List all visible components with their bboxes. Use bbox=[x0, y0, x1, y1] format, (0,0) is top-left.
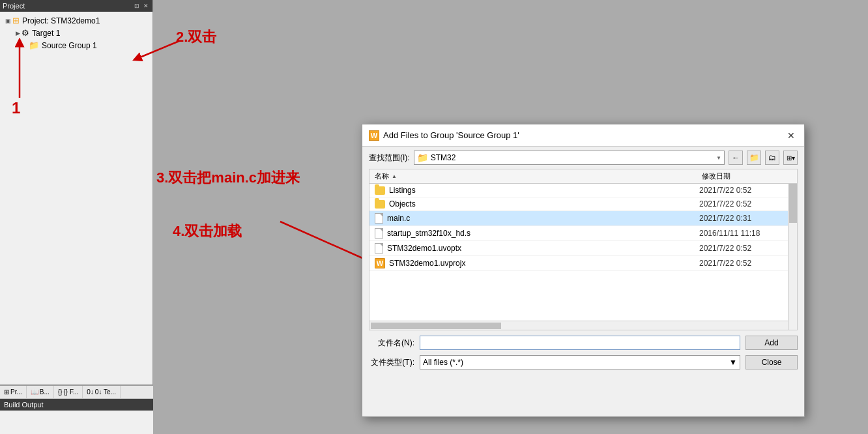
build-output-bar: Build Output bbox=[0, 399, 153, 411]
project-tree: ▣ ⊞ Project: STM32demo1 ▶ ⚙ Target 1 📁 S… bbox=[0, 12, 152, 54]
pin-icon[interactable]: ⊡ bbox=[133, 2, 141, 10]
tab-functions[interactable]: {} {} F... bbox=[54, 386, 83, 398]
panel-title-left: Project bbox=[3, 2, 25, 10]
project-tab-icon: ⊞ bbox=[4, 388, 9, 396]
panel-close-icon[interactable]: ✕ bbox=[142, 2, 150, 10]
file-label-mainc: main.c bbox=[387, 214, 410, 223]
nav-back-button[interactable]: ← bbox=[729, 151, 743, 165]
doc-icon-startup bbox=[375, 228, 383, 239]
tab-project[interactable]: ⊞ Pr... bbox=[0, 386, 27, 398]
expand-root-icon: ▣ bbox=[5, 18, 11, 24]
file-name-uvprojx: W STM32demo1.uvprojx bbox=[369, 258, 699, 268]
file-name-mainc: main.c bbox=[369, 213, 699, 224]
file-row-mainc[interactable]: main.c 2021/7/22 0:31 bbox=[369, 211, 797, 226]
vertical-scrollbar[interactable] bbox=[788, 184, 797, 330]
filetype-select[interactable]: All files (*.*) ▼ bbox=[420, 355, 740, 369]
filename-input[interactable] bbox=[420, 336, 740, 350]
file-name-uvoptx: STM32demo1.uvoptx bbox=[369, 243, 699, 253]
add-files-dialog: W Add Files to Group 'Source Group 1' ✕ … bbox=[362, 124, 805, 417]
file-date-startup: 2016/11/11 11:18 bbox=[699, 229, 797, 238]
file-name-startup: startup_stm32f10x_hd.s bbox=[369, 228, 699, 239]
svg-line-5 bbox=[280, 222, 368, 261]
filename-row: 文件名(N): Add bbox=[369, 336, 798, 350]
file-label-objects: Objects bbox=[389, 199, 416, 209]
file-row-startup[interactable]: startup_stm32f10x_hd.s 2016/11/11 11:18 bbox=[369, 226, 797, 241]
filetype-row: 文件类型(T): All files (*.*) ▼ Close bbox=[369, 355, 798, 369]
create-folder-button[interactable]: 📁 bbox=[747, 151, 761, 165]
filetype-arrow-icon: ▼ bbox=[729, 358, 737, 367]
file-label-uvprojx: STM32demo1.uvprojx bbox=[389, 259, 465, 268]
tree-root-label: Project: STM32demo1 bbox=[22, 16, 100, 25]
dialog-close-button[interactable]: ✕ bbox=[785, 129, 798, 142]
scrollbar-thumb-v bbox=[789, 184, 797, 223]
col-date-label: 修改日期 bbox=[702, 172, 731, 180]
bottom-tab-row: ⊞ Pr... 📖 B... {} {} F... 0↓ 0↓ Te... bbox=[0, 386, 153, 399]
books-tab-icon: 📖 bbox=[31, 388, 38, 396]
functions-tab-label: {} F... bbox=[64, 388, 79, 396]
functions-tab-icon: {} bbox=[58, 388, 63, 396]
filename-label: 文件名(N): bbox=[369, 338, 414, 349]
file-date-uvprojx: 2021/7/22 0:52 bbox=[699, 259, 797, 268]
sort-name-icon: ▲ bbox=[392, 173, 397, 179]
file-date-objects: 2021/7/22 0:52 bbox=[699, 199, 797, 209]
templates-tab-icon: 0↓ bbox=[87, 388, 94, 396]
folder-icon-listings bbox=[375, 186, 385, 195]
tree-target-label: Target 1 bbox=[32, 29, 60, 38]
dropdown-arrow-icon: ▼ bbox=[716, 155, 721, 161]
col-date-header[interactable]: 修改日期 bbox=[699, 171, 797, 181]
file-label-listings: Listings bbox=[389, 186, 416, 195]
dialog-toolbar: 查找范围(I): 📁 STM32 ▼ ← 📁 🗂 ⊞▾ bbox=[362, 147, 804, 169]
dialog-titlebar: W Add Files to Group 'Source Group 1' ✕ bbox=[362, 124, 804, 147]
annotation-3: 3.双击把main.c加进来 bbox=[156, 168, 300, 188]
expand-target-icon: ▶ bbox=[16, 30, 20, 36]
folder-icon-objects bbox=[375, 200, 385, 209]
file-name-listings: Listings bbox=[369, 186, 699, 195]
filetype-label: 文件类型(T): bbox=[369, 357, 414, 368]
file-date-uvoptx: 2021/7/22 0:52 bbox=[699, 244, 797, 253]
tree-item-target1[interactable]: ▶ ⚙ Target 1 bbox=[0, 27, 152, 39]
build-output-label: Build Output bbox=[4, 401, 44, 409]
keil-logo: W bbox=[369, 130, 379, 141]
tree-item-root[interactable]: ▣ ⊞ Project: STM32demo1 bbox=[0, 14, 152, 27]
location-value: STM32 bbox=[431, 153, 456, 162]
doc-icon-uvoptx bbox=[375, 243, 383, 253]
view-button[interactable]: ⊞▾ bbox=[783, 151, 798, 165]
close-button[interactable]: Close bbox=[745, 355, 798, 369]
location-dropdown[interactable]: 📁 STM32 ▼ bbox=[414, 151, 725, 165]
file-row-uvprojx[interactable]: W STM32demo1.uvprojx 2021/7/22 0:52 bbox=[369, 256, 797, 271]
location-label: 查找范围(I): bbox=[369, 152, 410, 164]
dialog-bottom: 文件名(N): Add 文件类型(T): All files (*.*) ▼ C… bbox=[362, 330, 804, 380]
file-date-listings: 2021/7/22 0:52 bbox=[699, 186, 797, 195]
annotation-2: 2.双击 bbox=[176, 27, 216, 47]
target-icon: ⚙ bbox=[22, 28, 29, 38]
dialog-title: W Add Files to Group 'Source Group 1' bbox=[369, 130, 519, 141]
keil-icon-uvprojx: W bbox=[375, 258, 385, 268]
file-label-startup: startup_stm32f10x_hd.s bbox=[387, 229, 470, 238]
tab-templates[interactable]: 0↓ 0↓ Te... bbox=[83, 386, 121, 398]
add-button[interactable]: Add bbox=[745, 336, 798, 350]
annotation-4: 4.双击加载 bbox=[173, 222, 242, 241]
file-date-mainc: 2021/7/22 0:31 bbox=[699, 214, 797, 223]
file-list-container: 名称 ▲ 修改日期 Listings 2021/7/22 0:52 Object… bbox=[369, 169, 798, 330]
project-tab-label: Pr... bbox=[10, 388, 22, 396]
file-row-objects[interactable]: Objects 2021/7/22 0:52 bbox=[369, 197, 797, 211]
col-name-label: 名称 bbox=[375, 171, 389, 181]
project-panel: Project ⊡ ✕ ▣ ⊞ Project: STM32demo1 ▶ ⚙ … bbox=[0, 0, 153, 384]
file-name-objects: Objects bbox=[369, 199, 699, 209]
doc-icon-mainc bbox=[375, 213, 383, 224]
templates-tab-label: 0↓ Te... bbox=[95, 388, 116, 396]
location-folder-icon: 📁 bbox=[417, 152, 428, 163]
folder-options-button[interactable]: 🗂 bbox=[765, 151, 779, 165]
books-tab-label: B... bbox=[40, 388, 50, 396]
file-row-listings[interactable]: Listings 2021/7/22 0:52 bbox=[369, 184, 797, 197]
tree-item-source-group[interactable]: 📁 Source Group 1 bbox=[0, 39, 152, 51]
folder-icon: 📁 bbox=[29, 40, 39, 50]
bottom-panel: ⊞ Pr... 📖 B... {} {} F... 0↓ 0↓ Te... Bu… bbox=[0, 384, 153, 434]
panel-title-text: Project bbox=[3, 2, 25, 10]
tab-books[interactable]: 📖 B... bbox=[27, 386, 54, 398]
horizontal-scrollbar[interactable] bbox=[369, 321, 788, 330]
project-icon: ⊞ bbox=[12, 16, 20, 25]
file-list-header: 名称 ▲ 修改日期 bbox=[369, 169, 797, 184]
col-name-header[interactable]: 名称 ▲ bbox=[369, 171, 699, 181]
file-row-uvoptx[interactable]: STM32demo1.uvoptx 2021/7/22 0:52 bbox=[369, 241, 797, 256]
